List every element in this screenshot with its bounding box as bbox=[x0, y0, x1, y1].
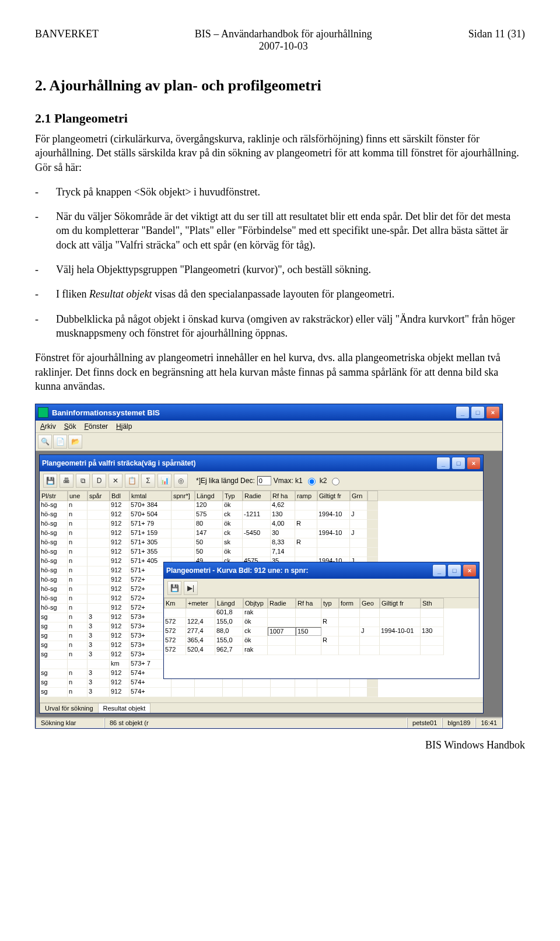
cell bbox=[268, 608, 296, 618]
main-titlebar[interactable]: Baninformationssystemet BIS _ □ × bbox=[36, 404, 502, 421]
maximize-button[interactable]: □ bbox=[471, 406, 485, 419]
column-header[interactable]: Radie bbox=[243, 491, 271, 501]
bullet-1: - Tryck på knappen <Sök objekt> i huvudf… bbox=[35, 185, 525, 199]
column-header[interactable]: +meter bbox=[186, 598, 215, 608]
column-header[interactable]: Radie bbox=[268, 598, 296, 608]
column-header[interactable]: Giltigt fr bbox=[317, 491, 350, 501]
tool-x-icon[interactable]: ✕ bbox=[108, 474, 123, 488]
column-header[interactable]: ramp bbox=[295, 491, 317, 501]
table-row[interactable]: hö-sgn912571+ 35550ök7,14 bbox=[40, 548, 483, 557]
bullet-4: - I fliken Resultat objekt visas då den … bbox=[35, 287, 525, 301]
toolbar-button[interactable]: 🔍 bbox=[38, 435, 52, 449]
close-button[interactable]: × bbox=[463, 564, 477, 577]
close-button[interactable]: × bbox=[467, 457, 481, 470]
tool-save-icon[interactable]: 💾 bbox=[43, 474, 57, 488]
cell: sg bbox=[40, 688, 68, 697]
table-row[interactable]: 572520,4962,7rak bbox=[164, 646, 479, 655]
tool-target-icon[interactable]: ◎ bbox=[174, 474, 188, 488]
child2-titlebar[interactable]: Plangeometri - Kurva Bdl: 912 une: n spn… bbox=[164, 562, 479, 579]
tool-paste-icon[interactable]: 📋 bbox=[125, 474, 139, 488]
column-header[interactable]: form bbox=[339, 598, 360, 608]
cell bbox=[243, 520, 271, 529]
column-header[interactable]: Längd bbox=[215, 598, 243, 608]
cell[interactable]: 1007 bbox=[268, 627, 296, 636]
cell bbox=[295, 548, 317, 557]
menu-fonster[interactable]: Fönster bbox=[84, 422, 108, 431]
table-row[interactable]: hö-sgn912570+ 504575ck-12111301994-10J bbox=[40, 510, 483, 520]
menu-hjalp[interactable]: Hjälp bbox=[116, 422, 132, 431]
column-header[interactable]: Giltigt fr bbox=[380, 598, 421, 608]
tool-print-icon[interactable]: 🖶 bbox=[60, 474, 74, 488]
cell: 50 bbox=[195, 538, 223, 548]
toolbar-button[interactable]: 📄 bbox=[53, 435, 67, 449]
column-header[interactable]: Längd bbox=[195, 491, 223, 501]
tool-sum-icon[interactable]: Σ bbox=[141, 474, 155, 488]
table-row[interactable]: 572122,4155,0ökR bbox=[164, 618, 479, 627]
cell bbox=[268, 618, 296, 627]
save-icon[interactable]: 💾 bbox=[167, 581, 181, 595]
close-button[interactable]: × bbox=[486, 406, 500, 419]
column-header[interactable]: Objtyp bbox=[243, 598, 268, 608]
tab-resultat[interactable]: Resultat objekt bbox=[98, 703, 151, 713]
cell bbox=[368, 520, 378, 529]
column-header[interactable]: typ bbox=[321, 598, 339, 608]
k2-radio[interactable] bbox=[332, 478, 340, 485]
minimize-button[interactable]: _ bbox=[436, 457, 450, 470]
tool-copy-icon[interactable]: ⧉ bbox=[76, 474, 90, 488]
column-header[interactable]: Typ bbox=[223, 491, 243, 501]
cell: n bbox=[68, 604, 88, 613]
table-row[interactable]: hö-sgn912571+ 7980ök4,00R bbox=[40, 520, 483, 529]
menu-arkiv[interactable]: Arkiv bbox=[40, 422, 56, 431]
table-row[interactable]: hö-sgn912571+ 30550sk8,33R bbox=[40, 538, 483, 548]
column-header[interactable]: kmtal bbox=[130, 491, 172, 501]
maximize-button[interactable]: □ bbox=[452, 457, 466, 470]
bullet-dash: - bbox=[35, 312, 56, 341]
dec-input[interactable] bbox=[257, 476, 271, 485]
column-header[interactable]: spnr*] bbox=[172, 491, 195, 501]
tool-chart-icon[interactable]: 📊 bbox=[158, 474, 172, 488]
cell bbox=[172, 538, 195, 548]
column-header[interactable]: spår bbox=[88, 491, 110, 501]
cell bbox=[339, 608, 360, 618]
column-header[interactable]: Km bbox=[164, 598, 186, 608]
cell bbox=[40, 660, 68, 669]
column-header[interactable]: Geo bbox=[360, 598, 380, 608]
table-row[interactable]: 601,8rak bbox=[164, 608, 479, 618]
cell: ök bbox=[243, 636, 268, 646]
menu-sok[interactable]: Sök bbox=[64, 422, 76, 431]
child2-body[interactable]: 601,8rak572122,4155,0ökR572277,488,0ck10… bbox=[164, 608, 479, 655]
table-row[interactable]: 572277,488,0ck1007150J1994-10-01130 bbox=[164, 627, 479, 636]
child1-titlebar[interactable]: Plangeometri på valfri sträcka(väg i spå… bbox=[40, 455, 483, 471]
child1-toolbar: 💾 🖶 ⧉ D ✕ 📋 Σ 📊 ◎ *]Ej lika längd Dec: V… bbox=[40, 471, 483, 491]
menubar: Arkiv Sök Fönster Hjälp bbox=[36, 421, 502, 433]
table-row[interactable]: hö-sgn912571+ 159147ck-5450301994-10J bbox=[40, 529, 483, 538]
cell: hö-sg bbox=[40, 576, 68, 585]
minimize-button[interactable]: _ bbox=[456, 406, 470, 419]
cell: 572 bbox=[164, 646, 186, 655]
column-header[interactable]: Rf ha bbox=[296, 598, 321, 608]
cell bbox=[88, 566, 110, 576]
maximize-button[interactable]: □ bbox=[447, 564, 461, 577]
column-header[interactable]: Bdl bbox=[110, 491, 130, 501]
column-header[interactable]: Sth bbox=[421, 598, 444, 608]
column-header[interactable]: Grn bbox=[350, 491, 368, 501]
column-header[interactable]: Pl/str bbox=[40, 491, 68, 501]
table-row[interactable]: 572365,4155,0ökR bbox=[164, 636, 479, 646]
cell bbox=[421, 636, 444, 646]
cell: 1994-10-01 bbox=[380, 627, 421, 636]
cell[interactable]: 150 bbox=[296, 627, 321, 636]
bullet-5: - Dubbelklicka på något objekt i önskad … bbox=[35, 312, 525, 341]
table-row[interactable]: hö-sgn912570+ 384120ök4,62 bbox=[40, 501, 483, 510]
k1-radio[interactable] bbox=[308, 478, 316, 485]
tab-urval[interactable]: Urval för sökning bbox=[40, 703, 99, 713]
column-header[interactable]: Rf ha bbox=[271, 491, 295, 501]
exit-icon[interactable]: ▶| bbox=[184, 581, 198, 595]
column-header[interactable] bbox=[368, 491, 378, 501]
column-header[interactable]: une bbox=[68, 491, 88, 501]
minimize-button[interactable]: _ bbox=[432, 564, 446, 577]
cell bbox=[368, 538, 378, 548]
cell: R bbox=[321, 636, 339, 646]
cell bbox=[380, 608, 421, 618]
tool-doc-icon[interactable]: D bbox=[92, 474, 106, 488]
toolbar-button[interactable]: 📂 bbox=[68, 435, 82, 449]
